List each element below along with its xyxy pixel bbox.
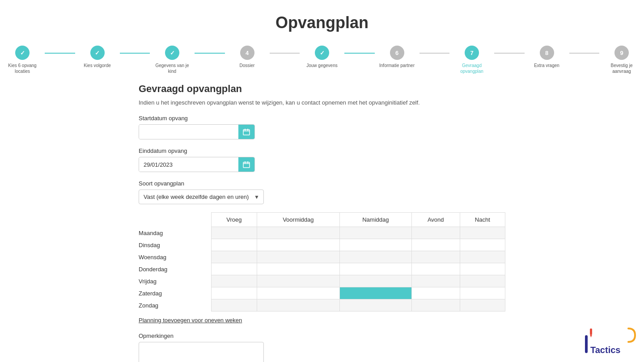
cell-dinsdag-avond[interactable]: [411, 239, 460, 251]
step-circle-6: 6: [390, 46, 404, 60]
cell-zaterdag-avond[interactable]: [411, 287, 460, 299]
cell-zondag-namiddag[interactable]: [339, 299, 411, 311]
soort-label: Soort opvangplan: [139, 180, 505, 187]
step-label-9: Bevestig je aanvraag: [602, 63, 642, 74]
cell-vrijdag-nacht[interactable]: [460, 275, 505, 287]
startdatum-calendar-button[interactable]: [238, 125, 254, 139]
step-6[interactable]: 6Informatie partner: [375, 46, 419, 68]
cell-maandag-voormiddag[interactable]: [257, 227, 339, 239]
cell-donderdag-namiddag[interactable]: [339, 263, 411, 275]
cell-woensdag-avond[interactable]: [411, 251, 460, 263]
step-label-3: Gegevens van je kind: [152, 63, 192, 74]
cell-zondag-nacht[interactable]: [460, 299, 505, 311]
col-header-voormiddag: Voormiddag: [257, 213, 339, 227]
col-header-empty: [139, 213, 211, 227]
step-4[interactable]: 4Dossier: [225, 46, 270, 68]
cell-maandag-nacht[interactable]: [460, 227, 505, 239]
table-row: Zaterdag: [139, 287, 505, 299]
step-7[interactable]: 7Gevraagd opvangplan: [449, 46, 494, 74]
cell-zaterdag-nacht[interactable]: [460, 287, 505, 299]
day-cell-zondag: Zondag: [139, 299, 211, 311]
section-description: Indien u het ingeschreven opvangplan wen…: [139, 99, 505, 106]
col-header-namiddag: Namiddag: [339, 213, 411, 227]
step-circle-8: 8: [540, 46, 554, 60]
cell-dinsdag-voormiddag[interactable]: [257, 239, 339, 251]
einddatum-input-wrapper: [139, 157, 255, 172]
step-label-6: Informatie partner: [379, 63, 415, 68]
planning-link[interactable]: Planning toevoegen voor oneven weken: [139, 317, 242, 324]
cell-zaterdag-namiddag[interactable]: [339, 287, 411, 299]
cell-donderdag-avond[interactable]: [411, 263, 460, 275]
tactics-bar-left: [584, 335, 590, 353]
opmerkingen-textarea[interactable]: [139, 342, 264, 362]
main-content: Gevraagd opvangplan Indien u het ingesch…: [130, 83, 514, 362]
tactics-brand-text: Tactics: [590, 345, 620, 355]
tactics-curve-right: [619, 326, 637, 344]
cell-woensdag-namiddag[interactable]: [339, 251, 411, 263]
schedule-header-row: Vroeg Voormiddag Namiddag Avond Nacht: [139, 213, 505, 227]
opmerkingen-label: Opmerkingen: [139, 333, 505, 339]
cell-vrijdag-voormiddag[interactable]: [257, 275, 339, 287]
einddatum-calendar-button[interactable]: [238, 157, 254, 172]
tactics-pencil-icon: [588, 328, 593, 337]
step-connector-8: [569, 53, 600, 54]
svg-rect-0: [243, 130, 250, 135]
einddatum-input[interactable]: [139, 158, 238, 172]
cell-maandag-vroeg[interactable]: [211, 227, 257, 239]
step-2[interactable]: ✓Kies volgorde: [75, 46, 120, 68]
step-connector-5: [344, 53, 375, 54]
cell-vrijdag-namiddag[interactable]: [339, 275, 411, 287]
cell-vrijdag-avond[interactable]: [411, 275, 460, 287]
calendar-icon: [243, 128, 250, 135]
step-5[interactable]: ✓Jouw gegevens: [300, 46, 344, 68]
table-row: Maandag: [139, 227, 505, 239]
startdatum-input-wrapper: [139, 124, 255, 139]
cell-maandag-namiddag[interactable]: [339, 227, 411, 239]
step-label-5: Jouw gegevens: [306, 63, 338, 68]
schedule-table: Vroeg Voormiddag Namiddag Avond Nacht Ma…: [139, 212, 505, 311]
step-8[interactable]: 8Extra vragen: [525, 46, 569, 68]
day-cell-vrijdag: Vrijdag: [139, 275, 211, 287]
cell-donderdag-voormiddag[interactable]: [257, 263, 339, 275]
tactics-logo-graphic: Tactics: [584, 326, 637, 358]
cell-zondag-voormiddag[interactable]: [257, 299, 339, 311]
cell-dinsdag-vroeg[interactable]: [211, 239, 257, 251]
step-label-2: Kies volgorde: [84, 63, 111, 68]
cell-zondag-avond[interactable]: [411, 299, 460, 311]
step-connector-1: [45, 53, 75, 54]
cell-vrijdag-vroeg[interactable]: [211, 275, 257, 287]
cell-woensdag-voormiddag[interactable]: [257, 251, 339, 263]
day-cell-dinsdag: Dinsdag: [139, 239, 211, 251]
cell-zaterdag-voormiddag[interactable]: [257, 287, 339, 299]
cell-woensdag-nacht[interactable]: [460, 251, 505, 263]
cell-maandag-avond[interactable]: [411, 227, 460, 239]
svg-rect-9: [590, 328, 592, 335]
startdatum-input[interactable]: [139, 125, 238, 139]
einddatum-group: Einddatum opvang: [139, 147, 505, 172]
table-row: Woensdag: [139, 251, 505, 263]
step-circle-2: ✓: [90, 46, 105, 60]
cell-donderdag-nacht[interactable]: [460, 263, 505, 275]
soort-select[interactable]: Vast (elke week dezelfde dagen en uren) …: [139, 189, 264, 204]
soort-select-wrapper: Vast (elke week dezelfde dagen en uren) …: [139, 189, 264, 204]
table-row: Dinsdag: [139, 239, 505, 251]
opmerkingen-group: Opmerkingen: [139, 333, 505, 362]
page-title: Opvangplan: [0, 0, 644, 41]
table-row: Donderdag: [139, 263, 505, 275]
cell-woensdag-vroeg[interactable]: [211, 251, 257, 263]
soort-group: Soort opvangplan Vast (elke week dezelfd…: [139, 180, 505, 204]
step-9[interactable]: 9Bevestig je aanvraag: [599, 46, 644, 74]
cell-zondag-vroeg[interactable]: [211, 299, 257, 311]
day-cell-woensdag: Woensdag: [139, 251, 211, 263]
step-3[interactable]: ✓Gegevens van je kind: [150, 46, 195, 74]
step-label-8: Extra vragen: [534, 63, 559, 68]
cell-zaterdag-vroeg[interactable]: [211, 287, 257, 299]
step-circle-1: ✓: [15, 46, 30, 60]
cell-donderdag-vroeg[interactable]: [211, 263, 257, 275]
step-1[interactable]: ✓Kies 6 opvang locaties: [0, 46, 45, 74]
step-connector-6: [419, 53, 450, 54]
section-title: Gevraagd opvangplan: [139, 83, 505, 95]
col-header-nacht: Nacht: [460, 213, 505, 227]
cell-dinsdag-namiddag[interactable]: [339, 239, 411, 251]
cell-dinsdag-nacht[interactable]: [460, 239, 505, 251]
